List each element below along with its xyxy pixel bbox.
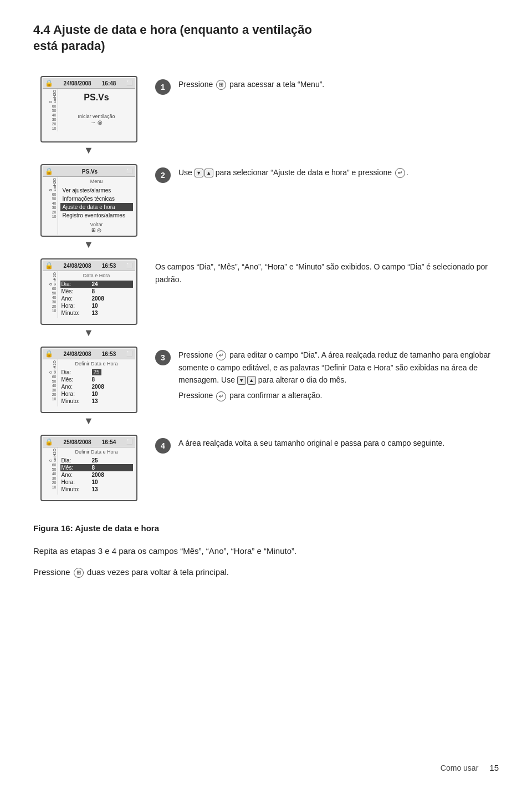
device-body-4: 0cmH2O 60 50 40 30 20 10 Definir D xyxy=(43,359,135,406)
field-mes-3: Mês: 8 xyxy=(60,288,133,295)
label-ano-3: Ano: xyxy=(62,296,92,302)
arrow-1: ▼ xyxy=(40,145,137,156)
down-icon-3: ▼ xyxy=(237,376,246,385)
left-bar-5: 0cmH2O 60 50 40 30 20 10 xyxy=(43,447,58,495)
arrow-3: ▼ xyxy=(40,327,137,339)
field-minuto-5: Minuto: 13 xyxy=(60,486,133,493)
field-ano-5: Ano: 2008 xyxy=(60,471,133,479)
device-col-5: 🔒 25/08/2008 16:54 ⬜ 0cmH2O 60 50 40 xyxy=(33,435,144,501)
bar-label-3: 0cmH2O xyxy=(49,272,57,286)
arrow-4: ▼ xyxy=(40,415,137,427)
label-mes-4: Mês: xyxy=(62,376,92,383)
up-icon: ▲ xyxy=(204,169,213,177)
topbar-time-1: 16:48 xyxy=(102,80,116,86)
menu-icon-footer: ⊞ xyxy=(74,568,84,578)
device-body-2: 0cmH2O 60 50 40 30 20 10 Menu xyxy=(43,177,135,235)
step-2-inner: 2 Use ▼▲ para selecionar “Ajuste de data… xyxy=(155,165,499,183)
bar-scale-1: 60 50 40 30 20 10 xyxy=(52,104,57,130)
value-mes-4: 8 xyxy=(92,376,95,383)
value-ano-3: 2008 xyxy=(92,296,104,302)
desc-4-text: A área realçada volta a seu tamanho orig… xyxy=(178,437,499,449)
step-row-5: 🔒 25/08/2008 16:54 ⬜ 0cmH2O 60 50 40 xyxy=(33,435,499,501)
bar-label-1: 0cmH2O xyxy=(49,90,57,103)
left-bar-3: 0cmH2O 60 50 40 30 20 10 xyxy=(43,271,58,318)
desc-3-text-1: Pressione ↵ para editar o campo “Dia”. A… xyxy=(178,349,499,386)
field-dia-3: Dia: 24 xyxy=(60,281,133,288)
step-desc-1: 1 Pressione ⊞ para acessar a tela “Menu”… xyxy=(155,76,499,95)
device-main-5: Definir Data e Hora Dia: 25 Mês: 8 Ano: xyxy=(58,447,135,495)
device-body-3: 0cmH2O 60 50 40 30 20 10 Data e Ho xyxy=(43,271,135,318)
label-ano-4: Ano: xyxy=(62,384,92,390)
menu-icon: ⊞ xyxy=(216,80,226,90)
value-hora-4: 10 xyxy=(92,391,98,397)
lock-icon-5: 🔒 xyxy=(45,438,53,446)
screen-big-text-1: PS.Vs xyxy=(60,90,133,105)
topbar-date-1: 24/08/2008 xyxy=(64,80,91,86)
topbar-date-2: PS.Vs xyxy=(82,169,98,175)
left-bar-2: 0cmH2O 60 50 40 30 20 10 xyxy=(43,177,58,235)
value-minuto-4: 13 xyxy=(92,398,98,404)
menu-item-0: Ver ajustes/alarmes xyxy=(60,186,133,195)
label-dia-3: Dia: xyxy=(62,281,92,287)
value-hora-3: 10 xyxy=(92,303,98,309)
screen-arrow-1: → ◎ xyxy=(60,119,133,125)
field-ano-3: Ano: 2008 xyxy=(60,295,133,302)
label-mes-5: Mês: xyxy=(62,465,92,471)
desc-3-text-2: Pressione ↵ para confirmar a alteração. xyxy=(178,389,499,401)
field-dia-4: Dia: 25 xyxy=(60,369,133,376)
device-col-3: 🔒 24/08/2008 16:53 ⬜ 0cmH2O 60 50 40 xyxy=(33,258,144,341)
lock-icon-1: 🔒 xyxy=(45,79,53,87)
menu-item-3: Registro eventos/alarmes xyxy=(60,211,133,220)
label-hora-5: Hora: xyxy=(62,479,92,485)
topbar-time-3: 16:53 xyxy=(102,263,116,269)
enter-icon-3a: ↵ xyxy=(216,350,226,360)
field-hora-4: Hora: 10 xyxy=(60,390,133,398)
scroll-icon-5: ⬜ xyxy=(126,439,132,445)
step-desc-3a: Os campos “Dia”, “Mês”, “Ano”, “Hora” e … xyxy=(155,258,499,289)
bar-scale-5: 60 50 40 30 20 10 xyxy=(52,463,57,489)
value-ano-4: 2008 xyxy=(92,384,104,390)
page-container: 4.4 Ajuste de data e hora (enquanto a ve… xyxy=(0,0,532,619)
topbar-time-4: 16:53 xyxy=(102,351,116,357)
value-dia-3: 24 xyxy=(92,281,98,287)
field-minuto-3: Minuto: 13 xyxy=(60,309,133,317)
field-hora-5: Hora: 10 xyxy=(60,479,133,486)
menu-subtitle: Menu xyxy=(60,179,133,184)
bar-scale-3: 60 50 40 30 20 10 xyxy=(52,287,57,313)
content-area: 🔒 24/08/2008 16:48 ⬜ 0cmH2O 60 50 40 xyxy=(33,76,499,586)
device-main-2: Menu Ver ajustes/alarmes Informações téc… xyxy=(58,177,135,235)
desc-3a-text: Os campos “Dia”, “Mês”, “Ano”, “Hora” e … xyxy=(155,261,499,286)
label-dia-4: Dia: xyxy=(62,369,92,375)
figure-caption: Figura 16: Ajuste de data e hora xyxy=(33,523,499,533)
description-3: Pressione ↵ para editar o campo “Dia”. A… xyxy=(178,348,499,405)
lock-icon-2: 🔒 xyxy=(45,167,53,175)
label-ano-5: Ano: xyxy=(62,472,92,478)
step-row-3: 🔒 24/08/2008 16:53 ⬜ 0cmH2O 60 50 40 xyxy=(33,258,499,341)
arrow-2: ▼ xyxy=(40,239,137,251)
left-bar-1: 0cmH2O 60 50 40 30 20 10 xyxy=(43,89,58,131)
press-footer-text: Pressione ⊞ duas vezes para voltar à tel… xyxy=(33,565,499,579)
label-minuto-5: Minuto: xyxy=(62,486,92,492)
device-screen-1: 🔒 24/08/2008 16:48 ⬜ 0cmH2O 60 50 40 xyxy=(40,76,137,142)
bar-label-4: 0cmH2O xyxy=(49,360,57,374)
topbar-date-4: 24/08/2008 xyxy=(64,351,91,357)
step-circle-4: 4 xyxy=(155,438,171,454)
topbar-1: 🔒 24/08/2008 16:48 ⬜ xyxy=(43,78,135,89)
bar-scale-2: 60 50 40 30 20 10 xyxy=(52,192,57,218)
device-main-3: Data e Hora Dia: 24 Mês: 8 Ano: xyxy=(58,271,135,318)
label-minuto-4: Minuto: xyxy=(62,398,92,404)
value-hora-5: 10 xyxy=(92,479,98,485)
left-bar-4: 0cmH2O 60 50 40 30 20 10 xyxy=(43,359,58,406)
description-2: Use ▼▲ para selecionar “Ajuste de data e… xyxy=(178,165,499,182)
label-mes-3: Mês: xyxy=(62,288,92,294)
menu-voltar: Voltar xyxy=(60,222,133,227)
topbar-time-5: 16:54 xyxy=(102,439,116,445)
label-minuto-3: Minuto: xyxy=(62,310,92,316)
step-desc-5: 4 A área realçada volta a seu tamanho or… xyxy=(155,435,499,454)
value-dia-5: 25 xyxy=(92,457,98,464)
up-icon-3: ▲ xyxy=(247,376,256,385)
topbar-date-3: 24/08/2008 xyxy=(64,263,91,269)
lock-icon-4: 🔒 xyxy=(45,350,53,358)
field-dia-5: Dia: 25 xyxy=(60,457,133,464)
enter-icon-3b: ↵ xyxy=(216,391,226,401)
